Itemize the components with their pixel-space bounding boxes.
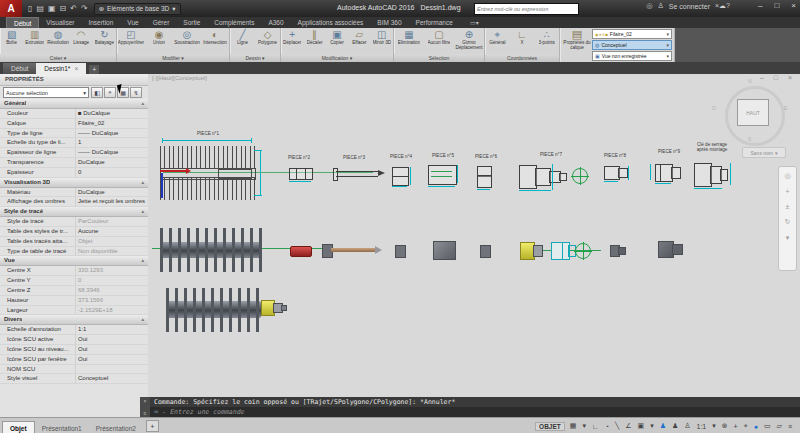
command-input[interactable]: ⌨ - Entrez une commande [150,407,800,417]
bolt-stub-3d[interactable] [672,244,683,255]
tab-visualiser[interactable]: Visualiser [39,17,81,28]
ecran-sans-cadre-icon[interactable]: ▭ [764,422,771,430]
property-row[interactable]: Affichage des ombres Jette et reçoit les… [0,197,148,207]
piece-drawing[interactable] [392,167,409,186]
redo-icon[interactable]: ↷ [81,4,88,13]
property-row[interactable]: Table des styles de tr... Aucune [0,227,148,237]
tab-gerer[interactable]: Gérer [146,17,177,28]
piece-drawing[interactable] [428,165,457,185]
help-icon[interactable]: ? [726,2,730,9]
pickadd-toggle-icon[interactable]: ◧ [91,87,103,98]
compass-west[interactable]: O [712,105,716,111]
block-3d[interactable] [433,241,456,260]
piece-drawing[interactable] [720,169,728,181]
property-row[interactable]: Centre Y 0 [0,276,148,286]
tab-sortie[interactable]: Sortie [176,17,207,28]
echelle-courante-label[interactable]: 1:1 [696,423,706,430]
property-row[interactable]: Matériau DuCalque [0,188,148,198]
property-row[interactable]: Type de table de tracé Non disponible [0,247,148,257]
revolution-button[interactable]: ◍ Révolution [46,29,69,45]
drawing-window-buttons[interactable]: – □ × [760,74,796,81]
customize-icon[interactable]: ≡ [144,410,147,416]
autocad-logo-icon[interactable]: A [0,0,22,17]
property-row[interactable]: Transparence DuCalque [0,158,148,168]
selection-dropdown[interactable]: Aucune sélection ▾ [3,87,89,98]
property-row[interactable]: NOM SCU [0,365,148,375]
intersection-button[interactable]: ◐ Intersection [201,29,229,45]
heatsink-3d[interactable] [160,228,262,272]
new-file-icon[interactable]: ▯ [28,4,32,13]
tab-performance[interactable]: Performance [409,17,460,28]
property-row[interactable]: Visualisation 3D [0,178,148,188]
gizmo-deplacement-button[interactable]: ⊕ Gizmo Déplacement [454,29,484,50]
piece-drawing[interactable] [477,175,492,188]
property-row[interactable]: Icône SCU active Oui [0,335,148,345]
accrochage-caret-icon[interactable]: ▾ [650,422,654,430]
property-row[interactable]: Icône SCU par fenêtre Oui [0,355,148,365]
menu-personnalisation-icon[interactable]: ≡ [788,423,792,430]
file-tab-debut[interactable]: Début [3,63,36,74]
nail-shaft-drawing[interactable] [336,171,378,177]
navbar-more-icon[interactable]: ▾ [786,234,790,242]
mode-ortho-icon[interactable]: ∟ [592,423,599,430]
compass-south[interactable]: S [748,136,751,142]
union-button[interactable]: ◉ Union [145,29,173,45]
panel-title-coordonnees[interactable]: Coordonnées [485,54,559,62]
general-button[interactable]: ⌖ Général [485,29,510,45]
property-row[interactable]: Icône SCU au niveau... Oui [0,345,148,355]
signin-button[interactable]: Se connecter [669,3,710,10]
panel-title-modification[interactable]: Modification ▾ [281,54,393,62]
viewcube[interactable]: HAUT [737,99,769,126]
property-row[interactable]: Epaisseur 0 [0,168,148,178]
minimize-button[interactable]: – [758,1,762,10]
balayage-button[interactable]: ↻ Balayage [93,29,116,45]
pin-shaft-3d[interactable] [331,248,375,252]
search-input[interactable] [474,3,579,15]
model-space-indicator[interactable]: OBJET [535,422,565,431]
visual-style-dropdown[interactable]: ◍ Conceptuel ▾ [592,40,672,50]
piece-drawing[interactable] [559,173,567,181]
annotation-plus-icon[interactable]: + [734,423,738,430]
panel-title-modifier[interactable]: Modifier ▾ [117,54,229,62]
extrusion-button[interactable]: ▥ Extrusion [23,29,46,45]
undo-icon[interactable]: ↶ [70,4,77,13]
compass-east[interactable]: E [784,105,787,111]
soustraction-button[interactable]: ◎ Soustraction [173,29,201,45]
property-row[interactable]: Style visuel Conceptuel [0,374,148,384]
grille-icon[interactable]: ▦ [570,422,577,430]
property-row[interactable]: Centre Z 68.3946 [0,286,148,296]
elimination-button[interactable]: ▦ Elimination [394,29,424,45]
tab-presentation2[interactable]: Présentation2 [89,422,143,433]
tab-insertion[interactable]: Insertion [81,17,120,28]
view-dropdown[interactable]: ▣ Vue non enregistrée ▾ [592,51,672,61]
property-row[interactable]: Hauteur 373.1566 [0,296,148,306]
visibilite-annotation-icon[interactable]: ♟ [660,422,666,430]
compass-north[interactable]: N [748,78,752,84]
polygone-button[interactable]: ◇ Polygone [255,29,280,45]
tab-objet[interactable]: Objet [2,421,35,433]
tab-vue[interactable]: Vue [120,17,145,28]
property-row[interactable]: Echelle du type de li... 1 [0,138,148,148]
grille-caret-icon[interactable]: ▾ [582,422,586,430]
isoler-objets-icon[interactable]: ▱ [777,422,782,430]
save-icon[interactable]: ▣ [48,4,56,13]
appuyer-tirer-button[interactable]: ◰ Appuyer/tirer [117,29,145,45]
panel-title-creer[interactable]: Créer ▾ [0,54,116,62]
print-icon[interactable]: ⊟ [60,4,67,13]
property-row[interactable]: Vue [0,256,148,266]
esquisse-isometrique-icon[interactable]: ╲ [615,422,619,430]
copier-button[interactable]: ▣ Copier [326,29,348,45]
select-objects-icon[interactable]: ⌖ [104,87,116,98]
deplacer-button[interactable]: + Déplacer [281,29,303,45]
property-row[interactable]: Epaisseur de ligne —— DuCalque [0,148,148,158]
property-row[interactable]: Largeur -2.1529E+18 [0,306,148,316]
bolt-stub-3d[interactable] [618,247,626,255]
file-tab-dessin1[interactable]: Dessin1* × [36,63,86,74]
reperage-accrochage-icon[interactable]: ∠ [625,422,631,430]
piece-drawing[interactable] [618,168,628,178]
tab-applications-associees[interactable]: Applications associées [291,17,371,28]
cube-3d[interactable] [395,245,406,258]
trois-points-button[interactable]: ∴ 3-points [534,29,559,45]
drawing-viewport[interactable]: [-][Haut][Conceptuel] – □ × N E S O HAUT… [148,74,800,397]
annotation-auto-icon[interactable]: ♟ [672,422,678,430]
